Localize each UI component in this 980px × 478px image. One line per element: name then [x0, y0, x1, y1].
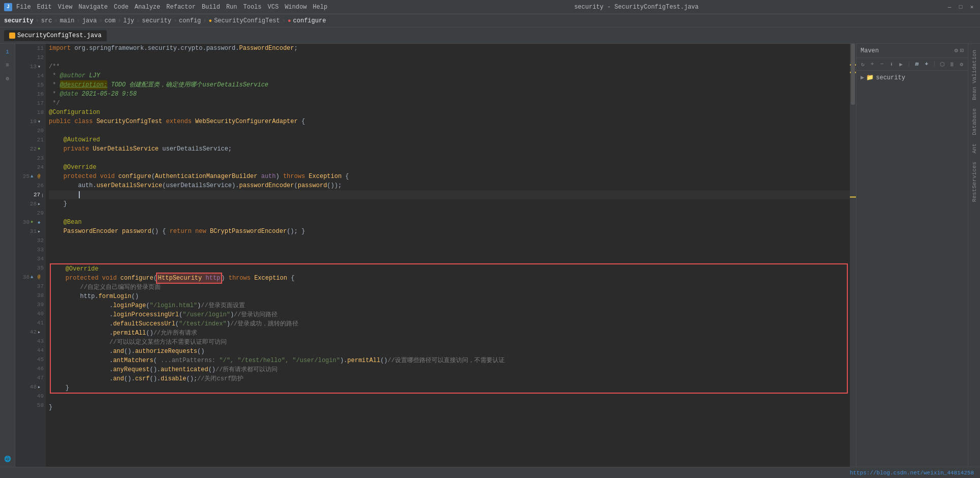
maven-remove-btn[interactable]: − [878, 59, 886, 69]
code-line-37: //自定义自己编写的登录页面 [51, 283, 847, 292]
close-button[interactable]: ✕ [968, 3, 976, 11]
line-gutter: 11 12 13 ▾ 14 15 16 17 18 [15, 44, 46, 478]
menu-analyze[interactable]: Analyze [135, 4, 160, 11]
gutter-line-45: 45 [15, 355, 46, 364]
code-line-23 [49, 154, 850, 163]
menu-code[interactable]: Code [114, 4, 129, 11]
tab-bean-validation[interactable]: Bean Validation [969, 46, 979, 104]
menu-edit[interactable]: Edit [37, 4, 52, 11]
menu-file[interactable]: File [16, 4, 31, 11]
gutter-line-31: 31 ▸ [15, 227, 46, 236]
gutter-line-14: 14 [15, 71, 46, 80]
maven-download-btn[interactable]: ⬇ [887, 59, 896, 69]
menu-vcs[interactable]: VCS [268, 4, 279, 11]
maven-exec-btn[interactable]: + [922, 59, 931, 69]
app-icon: J [4, 3, 12, 11]
maven-run-btn[interactable]: ▶ [897, 59, 905, 69]
breadcrumb-item-classname[interactable]: SecurityConfigTest [214, 17, 280, 24]
menu-view[interactable]: View [58, 4, 73, 11]
window-controls[interactable]: — □ ✕ [945, 3, 976, 11]
maximize-button[interactable]: □ [957, 3, 965, 11]
maven-expand-arrow: ▶ [861, 74, 864, 81]
menu-run[interactable]: Run [226, 4, 237, 11]
sidebar-icon-3[interactable]: ⚙ [2, 72, 14, 84]
gutter-line-32: 32 [15, 236, 46, 245]
gutter-line-58: 58 [15, 401, 46, 410]
maven-toolbar-icon2[interactable]: ≣ [947, 59, 956, 69]
sidebar-icon-1[interactable]: 1 [2, 46, 14, 58]
breadcrumb-item-security[interactable]: security [4, 17, 34, 24]
breadcrumb-item-security2[interactable]: security [142, 17, 171, 24]
breadcrumb-item-com[interactable]: com [105, 17, 116, 24]
tab-database[interactable]: Database [969, 104, 979, 139]
maven-add-btn[interactable]: + [868, 59, 877, 69]
gutter-line-15: 15 [15, 80, 46, 89]
breadcrumb-item-method[interactable]: configure [293, 17, 326, 24]
gutter-line-30: 30 ● ◆ [15, 218, 46, 227]
gutter-line-42: 42 ▸ [15, 327, 46, 337]
maven-toolbar-icon3[interactable]: ⚙ [957, 59, 966, 69]
code-line-43: //可以以定义某些方法不需要认证即可访问 [51, 338, 847, 347]
minimize-button[interactable]: — [945, 3, 954, 11]
breadcrumb-item-class-icon: ● [209, 18, 212, 24]
maven-panel-header: Maven ⚙ ⊡ [856, 44, 968, 58]
gutter-line-43: 43 [15, 337, 46, 346]
gutter-line-29: 29 [15, 208, 46, 218]
code-line-49 [49, 394, 850, 403]
menu-navigate[interactable]: Navigate [78, 4, 108, 11]
gutter-line-48: 48 ▸ [15, 382, 46, 392]
code-line-15: * @description: TODO 创建配置类，确定使用哪个userDet… [49, 80, 850, 89]
gutter-line-41: 41 [15, 318, 46, 327]
menu-build[interactable]: Build [202, 4, 220, 11]
maven-settings-icon[interactable]: ⚙ [955, 47, 958, 54]
tab-security-config-test[interactable]: SecurityConfigTest.java [4, 30, 107, 41]
code-line-24: @Override [49, 163, 850, 172]
scroll-indicator[interactable] [850, 44, 856, 478]
breadcrumb-item-config[interactable]: config [179, 17, 201, 24]
menu-window[interactable]: Window [285, 4, 307, 11]
maven-panel: Maven ⚙ ⊡ ↻ + − ⬇ ▶ | m + | ⬡ ≣ ⚙ [856, 44, 968, 478]
maven-refresh-btn[interactable]: ↻ [859, 59, 867, 69]
menu-bar[interactable]: File Edit View Navigate Code Analyze Ref… [16, 4, 327, 11]
maven-item-label: security [876, 74, 905, 81]
maven-m-btn[interactable]: m [913, 59, 922, 69]
gutter-line-20: 20 [15, 126, 46, 135]
code-line-13: /** [49, 62, 850, 71]
gutter-line-28: 28 ▸ [15, 199, 46, 208]
menu-tools[interactable]: Tools [243, 4, 262, 11]
maven-tree: ▶ 📁 security [856, 71, 968, 84]
status-bar-url[interactable]: https://blog.csdn.net/weixin_44814258 [850, 470, 974, 476]
code-line-46: .anyRequest().authenticated()//所有请求都可以访问 [51, 365, 847, 374]
breadcrumb-item-java[interactable]: java [82, 17, 97, 24]
code-line-27 [49, 190, 850, 199]
menu-help[interactable]: Help [313, 4, 327, 11]
code-line-32 [49, 236, 850, 245]
tab-ant[interactable]: Ant [969, 139, 979, 158]
gutter-line-36: 36 ▲ @ [15, 273, 46, 282]
breadcrumb-item-src[interactable]: src [41, 17, 52, 24]
gutter-line-17: 17 [15, 99, 46, 108]
code-line-33 [49, 245, 850, 254]
code-line-40: .loginProcessingUrl("/user/login")//登录访问… [51, 310, 847, 319]
java-file-icon [9, 33, 15, 39]
maven-item-security[interactable]: ▶ 📁 security [856, 73, 968, 82]
code-line-38: http.formLogin() [51, 292, 847, 301]
code-editor[interactable]: import org.springframework.security.cryp… [46, 44, 850, 478]
gutter-line-18: 18 [15, 108, 46, 117]
gutter-line-27: 27 | [15, 190, 46, 199]
code-line-31: PasswordEncoder password() { return new … [49, 227, 850, 236]
menu-refactor[interactable]: Refactor [166, 4, 196, 11]
gutter-line-33: 33 [15, 245, 46, 254]
tab-rest-services[interactable]: RestServices [969, 158, 979, 206]
code-line-12 [49, 53, 850, 62]
sidebar-structure-icon[interactable]: ≡ [2, 59, 14, 71]
scroll-thumb[interactable] [851, 44, 855, 105]
gutter-line-12: 12 [15, 53, 46, 62]
breadcrumb-item-main[interactable]: main [60, 17, 75, 24]
sidebar-web-icon[interactable]: 🌐 [2, 453, 14, 465]
gutter-line-46: 46 [15, 364, 46, 373]
maven-toolbar-icon1[interactable]: ⬡ [938, 59, 947, 69]
highlight-region: @Override protected void configure(HttpS… [50, 263, 848, 394]
breadcrumb-item-ljy[interactable]: ljy [123, 17, 134, 24]
maven-expand-icon[interactable]: ⊡ [960, 47, 964, 54]
